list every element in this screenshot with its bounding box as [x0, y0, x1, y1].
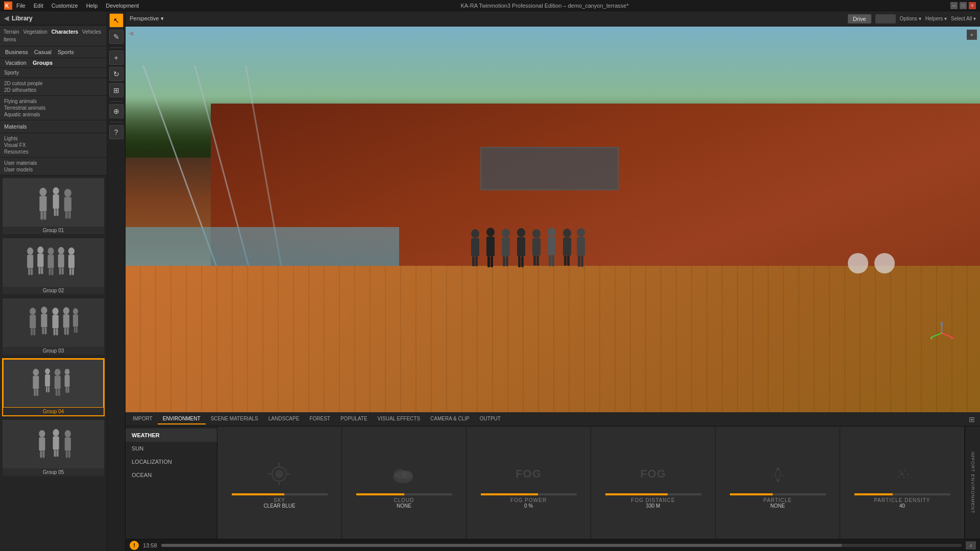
tab-populate[interactable]: POPULATE	[335, 414, 373, 424]
move-tool[interactable]: ⊕	[109, 104, 124, 118]
weather-card-sky[interactable]: SKY CLEAR BLUE	[217, 427, 342, 539]
help-tool[interactable]: ?	[109, 125, 124, 139]
env-ocean[interactable]: OCEAN	[126, 468, 217, 482]
menu-file[interactable]: File	[16, 3, 26, 9]
options-dropdown[interactable]: Options ▾	[900, 16, 921, 21]
svg-rect-93	[506, 256, 508, 266]
group-05-thumb[interactable]: Group 05	[2, 419, 105, 477]
menu-help[interactable]: Help	[86, 3, 98, 9]
view-toggle[interactable]	[875, 14, 896, 23]
weather-card-cloud[interactable]: CLOUD NONE	[342, 427, 467, 539]
sub-business[interactable]: Business	[4, 48, 29, 56]
particle-bar-container	[730, 493, 826, 495]
group-02-label: Group 02	[3, 287, 104, 294]
lights-item[interactable]: Lights	[4, 135, 103, 142]
rotate-tool[interactable]: ↻	[109, 67, 124, 81]
weather-card-fog-distance[interactable]: FOG FOG DISTANCE 330 M	[591, 427, 716, 539]
flying-animals[interactable]: Flying animals	[4, 98, 103, 105]
group-04-thumb[interactable]: Group 04	[2, 358, 105, 416]
nav-vehicles[interactable]: Vehicles	[81, 29, 103, 35]
group-02-thumb[interactable]: Group 02	[2, 238, 105, 295]
weather-card-particle-density[interactable]: PARTICLE DENSITY 40	[840, 427, 965, 539]
svg-rect-31	[68, 255, 75, 268]
weather-card-fog-power[interactable]: FOG FOG POWER 0 %	[467, 427, 591, 539]
particle-bar	[730, 493, 773, 495]
bottom-tabs: IMPORT ENVIRONMENT SCENE MATERIALS LANDS…	[126, 412, 980, 427]
tab-output[interactable]: OUTPUT	[475, 414, 506, 424]
nav-vegetation[interactable]: Vegetation	[22, 29, 49, 35]
audio-icon[interactable]: ♪	[966, 541, 976, 549]
group-03-thumb[interactable]: Group 03	[2, 298, 105, 355]
fog-power-label: FOG POWER	[510, 497, 547, 503]
group-01-thumb[interactable]: Group 01	[2, 178, 105, 235]
library-collapse-icon[interactable]: ◀	[4, 15, 9, 22]
tab-environment[interactable]: ENVIRONMENT	[158, 414, 206, 424]
particle-density-label: PARTICLE DENSITY	[874, 497, 930, 503]
minimize-button[interactable]: ─	[950, 2, 958, 9]
sky-bar-container	[232, 493, 328, 495]
panel-collapse-button[interactable]: +	[967, 30, 977, 40]
maximize-button[interactable]: □	[960, 2, 967, 9]
svg-rect-111	[577, 237, 585, 256]
nav-items[interactable]: Items	[2, 36, 17, 43]
tab-forest[interactable]: FOREST	[304, 414, 335, 424]
nav-terrain[interactable]: Terrain	[2, 29, 21, 35]
nav-characters[interactable]: Characters	[50, 29, 80, 35]
env-localization[interactable]: LOCALIZATION	[126, 455, 217, 468]
tab-scene-materials[interactable]: SCENE MATERIALS	[206, 414, 263, 424]
aquatic-animals[interactable]: Aquatic animals	[4, 111, 103, 118]
warning-button[interactable]: !	[130, 541, 139, 550]
materials-label[interactable]: Materials	[4, 123, 27, 130]
select-all-dropdown[interactable]: Select All ▾	[951, 16, 976, 21]
menu-edit[interactable]: Edit	[34, 3, 43, 9]
env-sun[interactable]: SUN	[126, 442, 217, 455]
drive-button[interactable]: Drive	[848, 14, 871, 23]
menu-development[interactable]: Development	[106, 3, 139, 9]
svg-rect-77	[57, 450, 59, 457]
svg-point-26	[58, 247, 64, 254]
visual-fx-item[interactable]: Visual FX	[4, 142, 103, 148]
menu-customize[interactable]: Customize	[52, 3, 78, 9]
weather-cards: SKY CLEAR BLUE	[217, 427, 965, 539]
svg-rect-32	[69, 268, 71, 276]
svg-rect-87	[486, 237, 495, 256]
sub-vacation[interactable]: Vacation	[4, 59, 28, 66]
helpers-dropdown[interactable]: Helpers ▾	[925, 16, 947, 21]
svg-rect-33	[72, 268, 74, 276]
svg-rect-101	[536, 256, 539, 266]
select-tool[interactable]: ↖	[109, 13, 124, 28]
svg-rect-47	[63, 314, 69, 328]
fog-distance-icon: FOG	[638, 459, 669, 489]
env-weather[interactable]: WEATHER	[126, 429, 217, 442]
sub-sports[interactable]: Sports	[57, 48, 75, 56]
2d-cutout-people[interactable]: 2D cutout people	[4, 80, 103, 87]
2d-silhouettes[interactable]: 2D silhouettes	[4, 87, 103, 93]
transform-gizmo[interactable]	[929, 320, 960, 351]
terrestrial-animals[interactable]: Terrestrial animals	[4, 105, 103, 111]
status-progress-fill	[161, 544, 842, 547]
grid-tool[interactable]: ⊞	[109, 83, 124, 97]
import-environment-button[interactable]: IMPORT ENVIRONMENT	[965, 427, 980, 539]
sporty-label[interactable]: Sporty	[4, 70, 19, 76]
sub-casual[interactable]: Casual	[33, 48, 53, 56]
tab-visual-effects[interactable]: VISUAL EFFECTS	[373, 414, 426, 424]
close-button[interactable]: ✕	[969, 2, 976, 9]
svg-rect-19	[37, 254, 43, 267]
nav-arrow[interactable]: ◀	[129, 30, 133, 37]
weather-card-particle[interactable]: PARTICLE NONE	[716, 427, 840, 539]
user-models-item[interactable]: User models	[4, 166, 103, 173]
add-tool[interactable]: +	[109, 51, 124, 65]
svg-rect-5	[43, 212, 46, 220]
panel-expand-icon[interactable]: ⊞	[966, 415, 978, 423]
tab-camera-clip[interactable]: CAMERA & CLIP	[425, 414, 475, 424]
sub-groups[interactable]: Groups	[32, 59, 54, 66]
tab-landscape[interactable]: LANDSCAPE	[263, 414, 305, 424]
svg-rect-67	[64, 375, 69, 387]
paint-tool[interactable]: ✎	[109, 30, 124, 44]
user-materials-item[interactable]: User materials	[4, 160, 103, 166]
perspective-dropdown[interactable]: Perspective ▾	[130, 15, 164, 22]
right-area: Perspective ▾ Drive Options ▾ Helpers ▾ …	[126, 11, 980, 551]
viewport[interactable]: ◀ +	[126, 27, 980, 412]
tab-import[interactable]: IMPORT	[128, 414, 158, 424]
resources-item[interactable]: Resources	[4, 148, 103, 155]
